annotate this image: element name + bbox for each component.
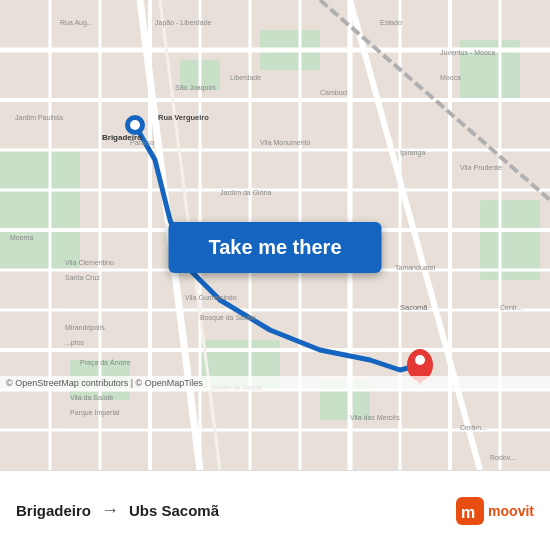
svg-text:...ptos: ...ptos <box>65 339 85 347</box>
svg-text:Brigadeiro: Brigadeiro <box>102 133 142 142</box>
map-container: Rua Aug... Japão - Liberdade Estado Juve… <box>0 0 550 470</box>
take-me-there-button[interactable]: Take me there <box>168 222 381 273</box>
bottom-bar: Brigadeiro → Ubs Sacomã m moovit <box>0 470 550 550</box>
svg-text:Rua Vergueiro: Rua Vergueiro <box>158 113 209 122</box>
svg-text:Vila da Saúde: Vila da Saúde <box>70 394 114 401</box>
svg-text:Liberdade: Liberdade <box>230 74 261 81</box>
svg-text:Cambuci: Cambuci <box>320 89 348 96</box>
route-info: Brigadeiro → Ubs Sacomã <box>16 500 219 521</box>
svg-text:Vila Clementino: Vila Clementino <box>65 259 114 266</box>
svg-text:Japão - Liberdade: Japão - Liberdade <box>155 19 212 27</box>
svg-text:Mirandópolis: Mirandópolis <box>65 324 105 332</box>
from-label: Brigadeiro <box>16 502 91 519</box>
svg-text:Estado: Estado <box>380 19 402 26</box>
svg-text:Praça da Árvore: Praça da Árvore <box>80 358 131 367</box>
svg-text:Rodov...: Rodov... <box>490 454 516 461</box>
svg-text:Vila Prudente: Vila Prudente <box>460 164 502 171</box>
svg-rect-1 <box>0 150 80 270</box>
copyright-text: © OpenStreetMap contributors | © OpenMap… <box>6 378 203 388</box>
arrow-icon: → <box>101 500 119 521</box>
svg-text:Vila Monumento: Vila Monumento <box>260 139 311 146</box>
svg-text:Jardim da Glória: Jardim da Glória <box>220 189 271 196</box>
svg-text:Rua Aug...: Rua Aug... <box>60 19 93 27</box>
svg-text:Jardim Paulista: Jardim Paulista <box>15 114 63 121</box>
svg-text:São Joaquim: São Joaquim <box>175 84 216 92</box>
svg-text:Mooca: Mooca <box>440 74 461 81</box>
svg-text:Santa Cruz: Santa Cruz <box>65 274 101 281</box>
svg-text:Cerâm...: Cerâm... <box>460 424 487 431</box>
svg-point-68 <box>130 120 140 130</box>
moovit-logo: m moovit <box>456 497 534 525</box>
svg-text:Parque Imperial: Parque Imperial <box>70 409 120 417</box>
svg-text:Juventus - Mooca: Juventus - Mooca <box>440 49 495 56</box>
svg-text:Moema: Moema <box>10 234 33 241</box>
svg-text:Sacomã: Sacomã <box>400 303 428 312</box>
copyright-bar: © OpenStreetMap contributors | © OpenMap… <box>0 376 550 390</box>
svg-rect-8 <box>480 200 540 280</box>
svg-text:Centr...: Centr... <box>500 304 523 311</box>
svg-text:Ipiranga: Ipiranga <box>400 149 425 157</box>
to-label: Ubs Sacomã <box>129 502 219 519</box>
svg-text:Vila Gumercindo: Vila Gumercindo <box>185 294 237 301</box>
moovit-text: moovit <box>488 503 534 519</box>
moovit-icon: m <box>456 497 484 525</box>
svg-text:Bosque da Saúde: Bosque da Saúde <box>200 314 256 322</box>
svg-text:m: m <box>461 504 475 521</box>
svg-text:Tamanduateí: Tamanduateí <box>395 264 436 271</box>
svg-text:Vila das Mercês: Vila das Mercês <box>350 414 400 421</box>
svg-point-72 <box>415 355 425 365</box>
